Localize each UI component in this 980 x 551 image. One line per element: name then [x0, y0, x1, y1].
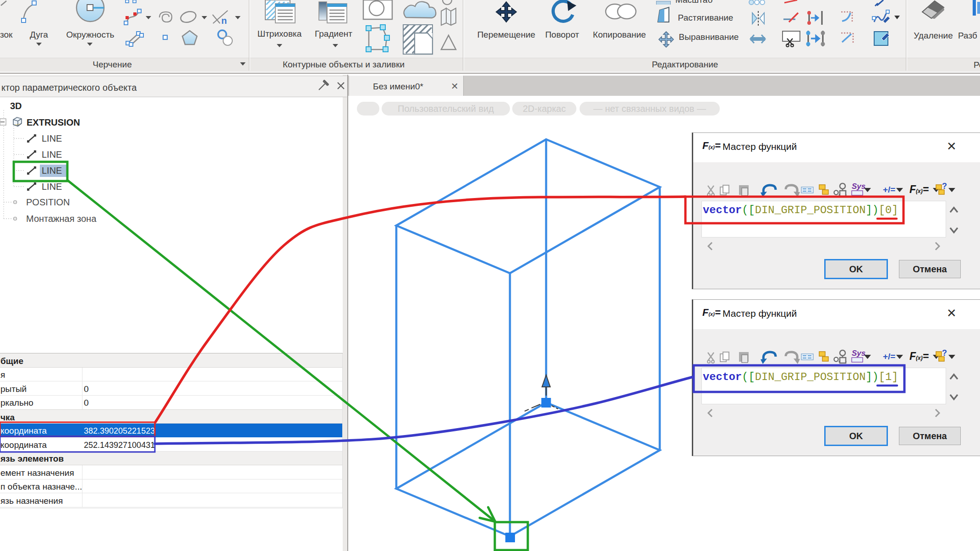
svg-text:n: n	[221, 16, 227, 26]
